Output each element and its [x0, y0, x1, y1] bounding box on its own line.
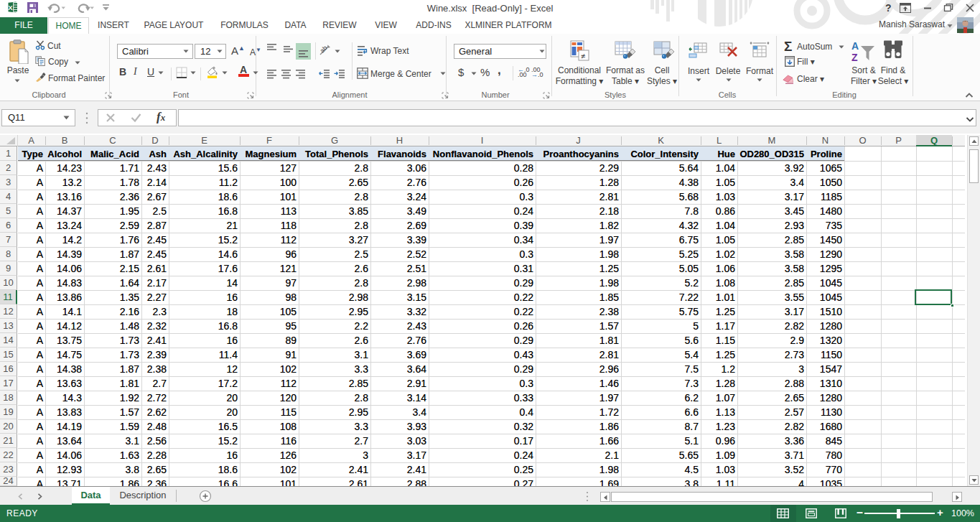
- svg-text:Z: Z: [851, 52, 858, 62]
- svg-text:A: A: [851, 40, 859, 52]
- svg-text:≠: ≠: [581, 52, 585, 60]
- svg-text:ab: ab: [319, 45, 329, 55]
